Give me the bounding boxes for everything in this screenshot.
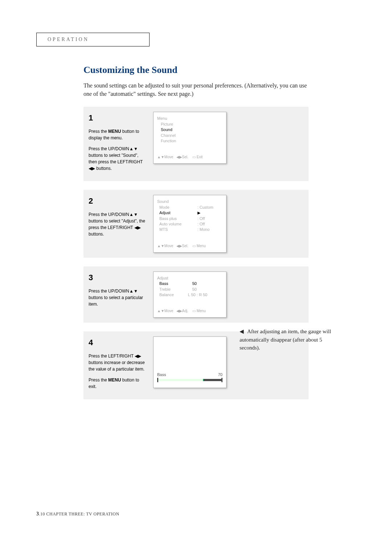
step-instruction: Press the UP/DOWN▲▼ buttons to select a … [89, 288, 147, 307]
move-icon: ▲▼Move [157, 155, 173, 159]
left-arrow-icon: ◀ [240, 327, 244, 336]
step-3: 3 Press the UP/DOWN▲▼ buttons to select … [83, 266, 309, 323]
osd-screen-sound-menu: Sound Mode: Custom Adjust▶ Bass plus: Of… [153, 195, 226, 252]
step-number: 4 [89, 336, 147, 348]
step-number: 3 [89, 271, 147, 283]
osd-screen-adjust-menu: Adjust Bass50 Treble50 BalanceL 50 : R 5… [153, 271, 226, 318]
gauge-value: 70 [218, 372, 222, 377]
step-instruction-b: Press the MENU button to exit. [89, 377, 147, 390]
intro-text: The sound settings can be adjusted to su… [83, 81, 309, 98]
exit-icon: ▭ Exit [192, 155, 203, 159]
step-instruction: Press the UP/DOWN▲▼ buttons to select "A… [89, 211, 147, 237]
osd-screen-main-menu: Menu Picture Sound Channel Function ▲▼Mo… [153, 112, 226, 164]
section-header: OPERATION [36, 33, 150, 46]
step-number: 1 [89, 112, 147, 124]
step-instruction-b: Press the UP/DOWN▲▼ buttons to select "S… [89, 146, 147, 172]
step-number: 2 [89, 195, 147, 207]
gauge-fill [157, 379, 204, 381]
page-footer: 3.10 CHAPTER THREE: TV OPERATION [36, 511, 119, 517]
page-title: Customizing the Sound [83, 65, 309, 75]
osd-screen-bass-gauge: Bass 70 [153, 336, 226, 388]
gauge-label: Bass [157, 372, 166, 377]
step-instruction: Press the MENU button to display the men… [89, 128, 147, 141]
step-1: 1 Press the MENU button to display the m… [83, 107, 309, 181]
step-instruction: Press the LEFT/RIGHT ◀▶ buttons increase… [89, 353, 147, 372]
gauge-bar [157, 379, 222, 381]
sel-icon: ◀▶Sel. [176, 155, 188, 159]
side-note: ◀ After adjusting an item, the gauge wil… [240, 327, 341, 352]
step-2: 2 Press the UP/DOWN▲▼ buttons to select … [83, 190, 309, 257]
